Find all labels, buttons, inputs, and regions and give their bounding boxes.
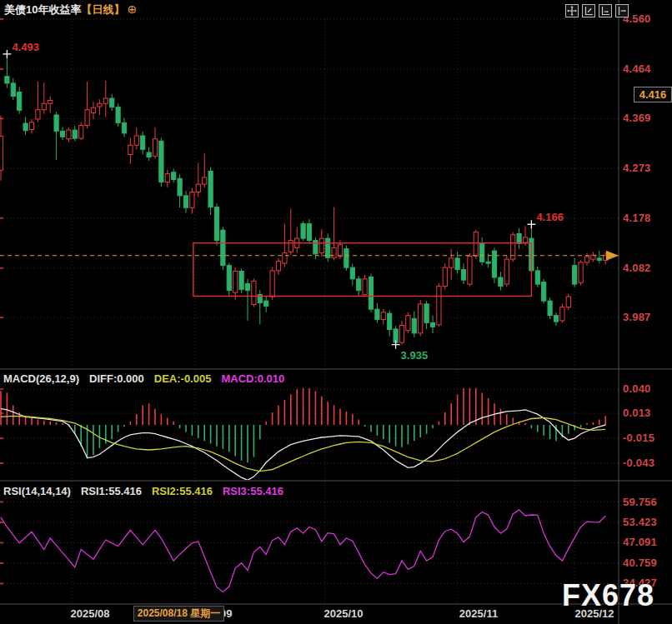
- pan-tool-button[interactable]: [565, 4, 579, 17]
- rsi1-value: RSI1:55.416: [81, 485, 142, 497]
- extreme-label: 4.166: [536, 211, 564, 223]
- chart-application-window: 4.4934.1663.935 美债10年收益率【日线】⊕: [0, 0, 672, 624]
- candles-layer: [0, 54, 608, 345]
- rsi3-value: RSI3:55.416: [223, 485, 283, 497]
- overlay-layer: 4.4934.1663.935: [0, 41, 619, 362]
- period-label: 【日线】: [81, 3, 124, 16]
- macd-layer: [1, 385, 605, 481]
- x-axis-label: 2025/10: [324, 607, 364, 620]
- y-axis-label: 4.464: [623, 62, 651, 75]
- y-axis-label: 40.759: [623, 557, 657, 569]
- instrument-title: 美债10年收益率: [4, 3, 81, 16]
- chart-title-row: 美债10年收益率【日线】⊕: [4, 2, 137, 17]
- rsi-layer: [1, 510, 605, 592]
- scale-y-axis-icon: [584, 6, 594, 16]
- y-axis-label: 0.013: [623, 407, 651, 419]
- chart-toolbar: [565, 4, 629, 17]
- y-axis-label: -0.015: [623, 432, 654, 444]
- current-price-arrow: [606, 251, 619, 261]
- pan-tool-icon: [567, 6, 577, 16]
- y-axis-label: 59.756: [623, 496, 657, 508]
- y-axis-label: 47.091: [623, 536, 657, 548]
- watermark: FX678: [562, 578, 654, 613]
- y-axis-label: 3.987: [623, 311, 651, 323]
- macd-dea-value: DEA:-0.005: [154, 372, 212, 385]
- extreme-label: 3.935: [401, 349, 429, 362]
- y-axis-label: 4.082: [623, 262, 651, 274]
- extreme-label: 4.493: [12, 41, 39, 53]
- rsi-legend: RSI(14,14,14)RSI1:55.416RSI2:55.416RSI3:…: [3, 485, 293, 497]
- scale-x-axis-icon: [600, 6, 610, 16]
- extreme-marker: 4.493: [3, 41, 39, 58]
- crosshair-date-box: 2025/08/18 星期一: [133, 606, 224, 622]
- alert-level-box[interactable]: 4.416: [634, 87, 672, 102]
- extreme-marker: 3.935: [392, 341, 429, 362]
- macd-macd-value: MACD:0.010: [221, 372, 284, 385]
- pan-right-icon: [617, 6, 627, 16]
- macd-legend: MACD(26,12,9)DIFF:0.000DEA:-0.005MACD:0.…: [3, 372, 294, 385]
- macd-diff-value: DIFF:0.000: [89, 372, 144, 385]
- y-axis-label: -0.043: [623, 457, 654, 469]
- macd-name-label: MACD(26,12,9): [3, 372, 79, 385]
- pan-right-button[interactable]: [615, 4, 629, 17]
- scale-x-axis-button[interactable]: [599, 4, 612, 17]
- x-axis-label: 2025/08: [71, 607, 110, 620]
- y-axis-label: 4.178: [623, 212, 651, 224]
- rsi2-value: RSI2:55.416: [152, 485, 213, 497]
- y-axis-label: 4.273: [623, 162, 651, 174]
- scale-y-axis-button[interactable]: [582, 4, 595, 17]
- y-axis-label: 53.423: [623, 516, 657, 528]
- rsi-name-label: RSI(14,14,14): [3, 485, 71, 497]
- extreme-marker: 4.166: [527, 211, 564, 228]
- chart-canvas[interactable]: 4.4934.1663.935: [0, 0, 672, 624]
- y-axis-label: 0.040: [623, 382, 651, 395]
- y-axis-label: 4.369: [623, 112, 651, 124]
- x-axis-label: 2025/11: [459, 607, 498, 620]
- add-indicator-icon[interactable]: ⊕: [127, 2, 137, 16]
